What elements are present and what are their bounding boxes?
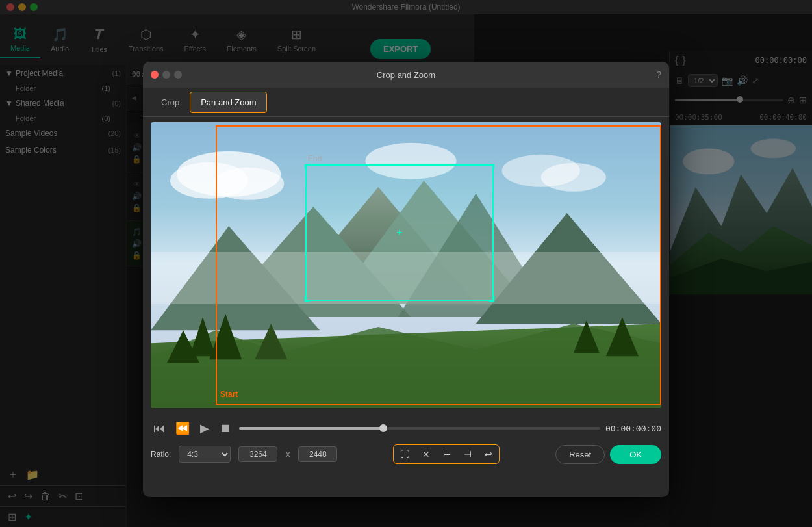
crosshair-icon: + (396, 227, 402, 238)
modal-tabs: Crop Pan and Zoom (143, 88, 669, 117)
ok-button[interactable]: OK (610, 445, 661, 464)
modal-action-buttons: Reset OK (555, 445, 661, 464)
align-left-button[interactable]: ⊢ (438, 446, 456, 462)
width-input[interactable] (238, 446, 277, 462)
skip-back-button[interactable]: ⏮ (151, 419, 168, 438)
crop-selection-box[interactable]: + End (305, 164, 494, 301)
modal-playback-controls: ⏮ ⏪ ▶ ⏹ 00:00:00:00 (143, 413, 669, 441)
modal-overlay: Crop and Zoom ? Crop Pan and Zoom (0, 0, 812, 527)
ratio-select[interactable]: 4:3 16:9 1:1 9:16 Custom (179, 446, 231, 463)
corner-handle-bl[interactable] (305, 296, 310, 302)
playback-progress-bar[interactable] (239, 427, 600, 430)
stop-button[interactable]: ⏹ (217, 419, 234, 438)
start-label: Start (220, 390, 238, 399)
height-input[interactable] (298, 446, 337, 462)
modal-title: Crop and Zoom (377, 70, 435, 80)
playback-timecode: 00:00:00:00 (605, 424, 661, 433)
align-buttons-group: ⛶ ✕ ⊢ ⊣ ↩ (393, 444, 500, 464)
align-right-button[interactable]: ⊣ (459, 446, 477, 462)
ratio-label: Ratio: (151, 450, 171, 459)
modal-bottom-controls: Ratio: 4:3 16:9 1:1 9:16 Custom x ⛶ ✕ ⊢ … (143, 441, 669, 468)
corner-handle-tr[interactable] (489, 164, 494, 169)
flip-button[interactable]: ↩ (479, 446, 498, 462)
crop-and-zoom-modal: Crop and Zoom ? Crop Pan and Zoom (143, 62, 669, 497)
dimension-separator: x (285, 448, 290, 460)
modal-close-button[interactable] (151, 71, 159, 79)
end-label: End (308, 154, 322, 163)
modal-minimize-button[interactable] (162, 71, 170, 79)
progress-thumb[interactable] (379, 424, 387, 432)
progress-fill (239, 427, 383, 430)
tab-crop[interactable]: Crop (151, 92, 190, 112)
play-button[interactable]: ▶ (197, 418, 212, 438)
tab-pan-and-zoom[interactable]: Pan and Zoom (190, 92, 267, 113)
modal-traffic-lights (151, 71, 182, 79)
corner-handle-tl[interactable] (305, 164, 310, 169)
modal-canvas: + End Start (151, 122, 661, 408)
modal-titlebar: Crop and Zoom ? (143, 62, 669, 88)
canvas-background: + End Start (151, 122, 661, 408)
help-icon[interactable]: ? (656, 70, 661, 80)
fit-button[interactable]: ✕ (417, 446, 435, 462)
step-back-button[interactable]: ⏪ (173, 418, 192, 438)
corner-handle-br[interactable] (489, 296, 494, 302)
fill-button[interactable]: ⛶ (395, 446, 414, 462)
modal-maximize-button[interactable] (174, 71, 182, 79)
reset-button[interactable]: Reset (555, 445, 605, 464)
